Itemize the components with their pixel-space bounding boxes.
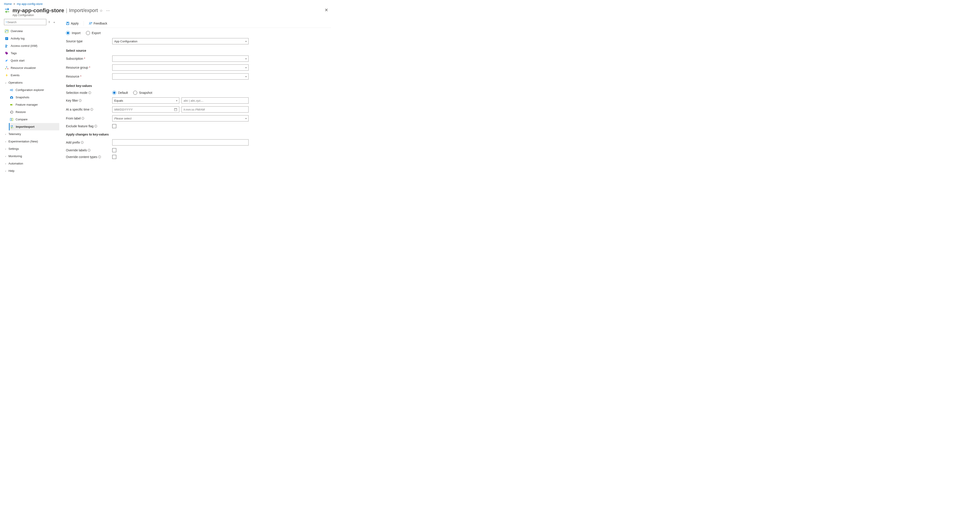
sidebar-item-label: Snapshots	[16, 96, 29, 99]
sidebar-item-activity-log[interactable]: Activity log	[4, 35, 59, 42]
selection-mode-snapshot-radio[interactable]: Snapshot	[133, 91, 152, 95]
feedback-button[interactable]: Feedback	[89, 22, 107, 25]
apply-label: Apply	[71, 22, 79, 25]
sidebar-group-settings[interactable]: ›Settings	[4, 145, 59, 152]
resource-label: Resource*	[66, 75, 112, 78]
apply-button[interactable]: Apply	[66, 22, 79, 25]
key-filter-value-input[interactable]	[181, 97, 248, 104]
sidebar-item-resource-visualizer[interactable]: Resource visualizer	[4, 64, 59, 72]
chevron-right-icon: ›	[4, 147, 7, 150]
svg-rect-2	[5, 29, 8, 32]
sidebar-group-label: Help	[8, 169, 14, 172]
page-title: my-app-config-store	[13, 7, 64, 14]
chevron-right-icon: ›	[4, 155, 7, 158]
sidebar-group-telemetry[interactable]: ›Telemetry	[4, 131, 59, 138]
sidebar-item-label: Feature manager	[16, 103, 38, 106]
hide-sidebar-icon[interactable]: «	[54, 21, 55, 24]
feedback-label: Feedback	[94, 22, 107, 25]
sidebar-item-feature-manager[interactable]: Feature manager	[9, 101, 59, 108]
restore-icon	[10, 110, 14, 114]
chevron-down-icon: ▾	[245, 66, 247, 69]
source-type-select[interactable]: App Configuration ▾	[112, 38, 248, 45]
selection-mode-snapshot-label: Snapshot	[139, 91, 152, 94]
exclude-feature-flag-checkbox[interactable]	[112, 124, 116, 128]
sidebar-item-restore[interactable]: Restore	[9, 108, 59, 116]
time-input[interactable]	[181, 106, 248, 113]
sidebar-group-label: Settings	[8, 147, 19, 150]
expand-collapse-icon[interactable]: ⇳	[48, 21, 50, 24]
sidebar-item-label: Tags	[11, 51, 17, 55]
subscription-select[interactable]: ▾	[112, 56, 248, 62]
subscription-label: Subscription*	[66, 57, 112, 61]
title-divider: |	[66, 8, 67, 13]
breadcrumb-resource[interactable]: my-app-config-store	[17, 2, 43, 6]
sidebar-item-overview[interactable]: Overview	[4, 27, 59, 35]
override-labels-label: Override labelsi	[66, 148, 112, 152]
mode-import-radio[interactable]: Import	[66, 31, 81, 35]
sidebar-group-automation[interactable]: ›Automation	[4, 160, 59, 167]
sidebar-item-configuration-explorer[interactable]: Configuration explorer	[9, 86, 59, 94]
page-subtitle: App Configuration	[13, 14, 110, 17]
override-labels-checkbox[interactable]	[112, 148, 116, 152]
select-key-values-heading: Select key-values	[66, 84, 331, 88]
resource-select[interactable]: ▾	[112, 73, 248, 80]
add-prefix-input[interactable]	[112, 139, 248, 145]
svg-rect-22	[174, 108, 177, 110]
sidebar-group-experimentation[interactable]: ›Experimentation (New)	[4, 138, 59, 145]
sidebar-group-operations[interactable]: ⌄ Operations	[4, 79, 59, 86]
command-bar: Apply Feedback	[66, 19, 331, 28]
key-filter-label: Key filteri	[66, 99, 112, 102]
info-icon[interactable]: i	[81, 117, 84, 120]
key-filter-operator-select[interactable]: Equals▾	[112, 97, 179, 104]
selection-mode-default-radio[interactable]: Default	[112, 91, 128, 95]
sidebar-group-monitoring[interactable]: ›Monitoring	[4, 152, 59, 160]
sidebar-item-tags[interactable]: Tags	[4, 49, 59, 57]
sidebar-item-snapshots[interactable]: Snapshots	[9, 94, 59, 101]
selection-mode-default-label: Default	[118, 91, 128, 94]
sidebar-item-access-control[interactable]: Access control (IAM)	[4, 42, 59, 49]
info-icon[interactable]: i	[79, 99, 81, 102]
sidebar-item-compare[interactable]: Compare	[9, 116, 59, 123]
sidebar-group-label: Experimentation (New)	[8, 140, 38, 143]
more-icon[interactable]: ···	[106, 9, 110, 12]
chevron-right-icon: ›	[4, 140, 7, 143]
mode-export-label: Export	[92, 31, 101, 35]
info-icon[interactable]: i	[94, 125, 97, 128]
from-label-select[interactable]: Please select▾	[112, 115, 248, 121]
resource-group-select[interactable]: ▾	[112, 64, 248, 71]
sidebar-item-label: Activity log	[11, 37, 24, 40]
svg-rect-12	[11, 96, 12, 97]
feedback-icon	[89, 22, 92, 25]
page-section: Import/export	[69, 8, 98, 13]
close-button[interactable]: ✕	[323, 7, 330, 13]
from-label-placeholder: Please select	[114, 117, 131, 120]
sidebar-item-events[interactable]: Events	[4, 72, 59, 79]
select-source-heading: Select source	[66, 49, 331, 53]
mode-export-radio[interactable]: Export	[86, 31, 101, 35]
chevron-right-icon: ›	[4, 169, 7, 172]
override-content-types-checkbox[interactable]	[112, 155, 116, 159]
tags-icon	[5, 51, 9, 56]
svg-rect-16	[10, 118, 11, 121]
sidebar-item-quick-start[interactable]: Quick start	[4, 57, 59, 64]
sidebar-group-help[interactable]: ›Help	[4, 167, 59, 174]
date-input[interactable]	[112, 106, 179, 113]
compare-icon	[10, 117, 14, 122]
info-icon[interactable]: i	[88, 91, 91, 94]
import-export-icon	[10, 124, 14, 129]
pin-icon[interactable]: ☆	[100, 8, 103, 13]
chevron-down-icon: ▾	[176, 99, 177, 102]
info-icon[interactable]: i	[98, 156, 101, 158]
svg-point-10	[10, 89, 11, 91]
sidebar-search[interactable]	[4, 19, 46, 25]
sidebar-item-label: Events	[11, 73, 20, 77]
info-icon[interactable]: i	[91, 108, 93, 111]
search-input[interactable]	[7, 21, 45, 24]
breadcrumb-home[interactable]: Home	[4, 2, 12, 6]
sidebar-item-label: Resource visualizer	[11, 66, 36, 70]
sidebar-item-import-export[interactable]: Import/export	[9, 123, 59, 131]
info-icon[interactable]: i	[81, 141, 84, 144]
info-icon[interactable]: i	[88, 149, 91, 152]
breadcrumb: Home > my-app-config-store	[0, 0, 334, 6]
main-content: Apply Feedback Import Export	[59, 19, 334, 174]
